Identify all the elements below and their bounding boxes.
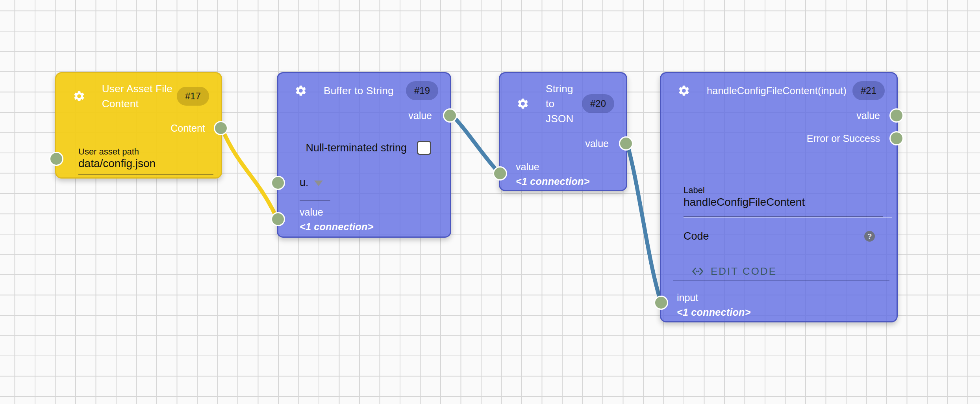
code-section-label: Code xyxy=(684,230,709,242)
node-user-asset-file-content[interactable]: User Asset File Content #17 Content User… xyxy=(55,72,222,179)
node-header: Buffer to String #19 xyxy=(278,73,450,100)
null-terminated-checkbox[interactable] xyxy=(417,141,431,155)
help-glyph: ? xyxy=(867,232,872,241)
node-buffer-to-string[interactable]: Buffer to String #19 value Null-terminat… xyxy=(277,72,451,238)
output-port-value[interactable] xyxy=(889,108,904,123)
output-label-error-or-success: Error or Success xyxy=(807,132,880,144)
input-port-value[interactable] xyxy=(493,166,507,181)
help-icon[interactable]: ? xyxy=(864,231,875,242)
output-port-error-or-success[interactable] xyxy=(889,131,904,145)
output-port-value[interactable] xyxy=(619,136,633,151)
output-label-value: value xyxy=(856,110,880,121)
node-id-badge: #21 xyxy=(852,81,885,100)
input-label-value: value xyxy=(516,161,590,173)
output-port-value[interactable] xyxy=(443,108,457,123)
output-label-value: value xyxy=(408,110,432,121)
node-header: User Asset File Content #17 xyxy=(56,73,221,111)
gear-icon xyxy=(295,84,307,97)
node-string-to-json[interactable]: String to JSON #20 value value <1 connec… xyxy=(499,72,627,191)
edge-content-to-value[interactable] xyxy=(221,127,277,218)
edit-code-button[interactable]: EDIT CODE xyxy=(691,265,777,277)
input-port-encoding[interactable] xyxy=(271,176,285,190)
field-value-user-asset-path[interactable]: data/config.json xyxy=(78,157,156,170)
code-brackets-icon xyxy=(691,266,704,277)
gear-icon xyxy=(517,97,529,110)
gear-icon xyxy=(678,84,690,97)
edge-value-to-input[interactable] xyxy=(627,142,661,302)
field-underline xyxy=(78,174,213,175)
output-port-content[interactable] xyxy=(214,121,228,135)
node-title: handleConfigFileContent(input) xyxy=(707,83,847,98)
input-port-input[interactable] xyxy=(654,296,668,310)
node-id-badge: #19 xyxy=(406,81,438,100)
edit-code-label: EDIT CODE xyxy=(711,265,777,277)
encoding-dropdown[interactable]: u. xyxy=(300,175,323,190)
input-label-input: input xyxy=(677,292,751,303)
node-id-badge: #17 xyxy=(177,87,209,106)
edge-value-to-value[interactable] xyxy=(451,114,498,172)
field-label-user-asset-path: User asset path xyxy=(78,147,156,157)
node-handle-config-file-content[interactable]: handleConfigFileContent(input) #21 value… xyxy=(660,72,898,322)
checkbox-label: Null-terminated string xyxy=(306,142,407,154)
input-port-value[interactable] xyxy=(271,212,285,226)
field-value-label[interactable]: handleConfigFileContent xyxy=(684,195,805,209)
label-field-underline-highlight xyxy=(684,217,892,218)
node-title: User Asset File Content xyxy=(102,81,177,111)
node-id-badge: #20 xyxy=(582,94,614,113)
output-label-value: value xyxy=(585,138,609,149)
node-header: handleConfigFileContent(input) #21 xyxy=(661,73,897,100)
gear-icon xyxy=(73,90,85,102)
node-title: String to JSON xyxy=(546,81,574,126)
input-port-user-asset-path[interactable] xyxy=(49,152,63,166)
dropdown-value: u. xyxy=(300,175,309,190)
input-connection-count: <1 connection> xyxy=(516,175,590,187)
node-title: Buffer to String xyxy=(324,83,394,98)
null-terminated-row: Null-terminated string xyxy=(306,140,431,155)
code-section-divider xyxy=(673,280,889,281)
input-connection-count: <1 connection> xyxy=(300,221,374,233)
node-header: String to JSON #20 xyxy=(500,73,626,126)
chevron-down-icon xyxy=(314,181,323,186)
flow-canvas[interactable]: User Asset File Content #17 Content User… xyxy=(0,0,980,404)
field-label-label: Label xyxy=(684,185,805,195)
input-connection-count: <1 connection> xyxy=(677,306,751,318)
label-field-underline xyxy=(684,216,883,217)
input-label-value: value xyxy=(300,206,374,218)
dropdown-underline xyxy=(300,200,330,201)
output-label-content: Content xyxy=(170,122,205,134)
